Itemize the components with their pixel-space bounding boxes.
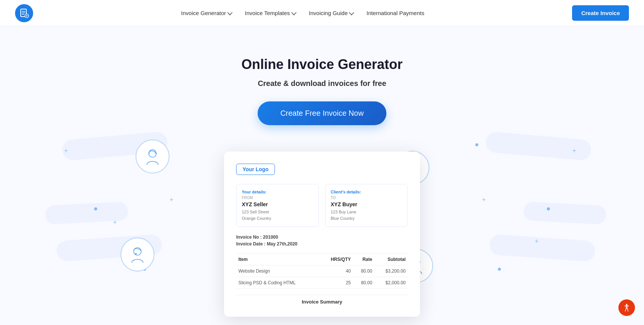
chevron-down-icon	[291, 10, 296, 15]
col-item: Item	[236, 254, 320, 265]
seller-address: 123 Sell Street Orange Country	[242, 209, 313, 221]
col-subtotal: Subtotal	[374, 254, 408, 265]
plus-icon: +	[169, 196, 174, 204]
hero-create-invoice-button[interactable]: Create Free Invoice Now	[258, 101, 386, 125]
chevron-down-icon	[349, 10, 354, 15]
decorative-blob	[485, 131, 592, 161]
nav-invoicing-guide[interactable]: Invoicing Guide	[309, 10, 353, 16]
decorative-dot	[94, 207, 97, 210]
item-subtotal: $3,200.00	[374, 265, 408, 277]
decorative-dot	[547, 207, 550, 210]
col-rate: Rate	[353, 254, 375, 265]
accessibility-button[interactable]	[618, 299, 635, 316]
chevron-down-icon	[227, 10, 232, 15]
seller-name: XYZ Seller	[242, 201, 313, 207]
item-qty: 40	[320, 265, 353, 277]
avatar	[121, 238, 154, 271]
nav-create-invoice-button[interactable]: Create Invoice	[572, 5, 629, 21]
table-row: Website Design 40 80.00 $3,200.00	[236, 265, 408, 277]
item-qty: 25	[320, 277, 353, 289]
decorative-blob	[523, 201, 607, 224]
nav-international-payments[interactable]: International Payments	[366, 10, 424, 16]
buyer-address: 123 Buy Lane Blue Country	[331, 209, 402, 221]
nav-invoice-generator[interactable]: Invoice Generator	[181, 10, 231, 16]
table-header-row: Item HRS/QTY Rate Subtotal	[236, 254, 408, 265]
invoice-table: Item HRS/QTY Rate Subtotal Website Desig…	[236, 253, 408, 289]
buyer-details: Client's details: TO XYZ Buyer 123 Buy L…	[325, 184, 408, 227]
hero-section: + + + + + +	[0, 26, 644, 325]
plus-icon: +	[572, 147, 576, 155]
logo-placeholder: Your Logo	[236, 164, 275, 175]
avatar	[136, 140, 169, 173]
item-name: Website Design	[236, 265, 320, 277]
decorative-dot	[498, 268, 501, 271]
invoice-number-line: Invoice No : 201000	[236, 235, 408, 240]
to-label: TO	[331, 196, 402, 200]
item-subtotal: $2,000.00	[374, 277, 408, 289]
buyer-label: Client's details:	[331, 190, 402, 194]
svg-point-15	[626, 304, 627, 305]
col-qty: HRS/QTY	[320, 254, 353, 265]
hero-subtitle: Create & download invoices for free	[258, 79, 386, 88]
nav-links: Invoice Generator Invoice Templates Invo…	[48, 10, 557, 16]
seller-label: Your details:	[242, 190, 313, 194]
svg-point-11	[135, 253, 137, 254]
hero-title: Online Invoice Generator	[241, 57, 403, 72]
navbar: Invoice Generator Invoice Templates Invo…	[0, 0, 644, 26]
decorative-blob	[489, 234, 595, 262]
item-name: Slicing PSD & Coding HTML	[236, 277, 320, 289]
invoice-details-row: Your details: FROM XYZ Seller 123 Sell S…	[236, 184, 408, 227]
logo[interactable]	[15, 4, 33, 22]
buyer-name: XYZ Buyer	[331, 201, 402, 207]
item-rate: 80.00	[353, 277, 375, 289]
invoice-metadata: Invoice No : 201000 Invoice Date : May 2…	[236, 235, 408, 247]
plus-icon: +	[113, 219, 117, 227]
plus-icon: +	[482, 196, 486, 204]
item-rate: 80.00	[353, 265, 375, 277]
invoice-preview-card: Your Logo Your details: FROM XYZ Seller …	[224, 152, 420, 317]
table-row: Slicing PSD & Coding HTML 25 80.00 $2,00…	[236, 277, 408, 289]
nav-invoice-templates[interactable]: Invoice Templates	[245, 10, 295, 16]
invoice-date-line: Invoice Date : May 27th,2020	[236, 241, 408, 247]
decorative-dot	[475, 143, 478, 146]
plus-icon: +	[534, 238, 539, 245]
invoice-summary-label: Invoice Summary	[236, 295, 408, 305]
from-label: FROM	[242, 196, 313, 200]
seller-details: Your details: FROM XYZ Seller 123 Sell S…	[236, 184, 319, 227]
plus-icon: +	[64, 147, 68, 155]
